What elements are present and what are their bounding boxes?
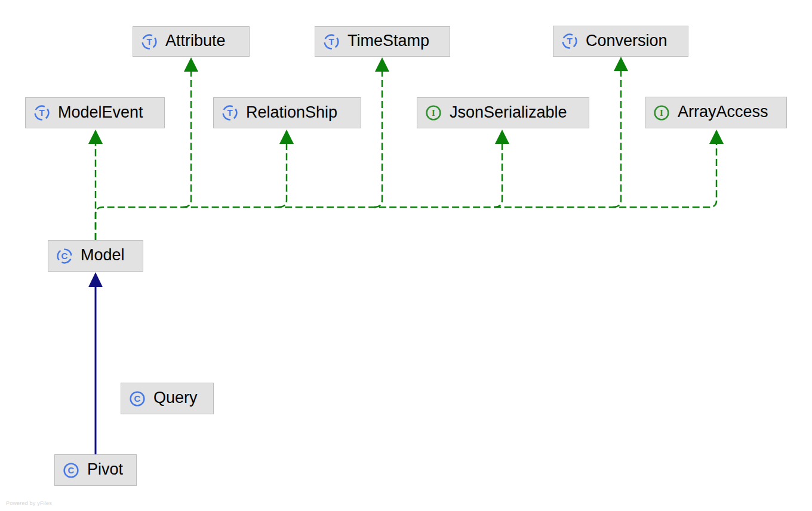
icon-letter: T [328,36,334,47]
node-modelevent[interactable]: T ModelEvent [25,97,165,128]
class-icon: C [128,390,146,408]
interface-icon: I [425,104,442,122]
icon-letter: C [134,393,141,404]
node-label: ModelEvent [58,104,143,122]
interface-icon: I [653,104,670,122]
arrowhead-attribute [184,57,198,72]
node-label: Attribute [165,33,226,50]
edge-model-to-jsonserializable [494,144,502,207]
node-label: TimeStamp [347,33,429,50]
icon-letter: C [68,465,75,475]
node-jsonserializable[interactable]: I JsonSerializable [417,97,589,128]
class-diagram-canvas: T Attribute T TimeStamp T Conversion T M… [0,0,812,511]
arrowhead-modelevent [88,130,103,144]
icon-letter: T [39,107,44,118]
icon-letter: T [567,36,572,46]
node-model[interactable]: C Model [48,240,143,272]
icon-letter: I [660,108,663,118]
node-query[interactable]: C Query [121,383,214,414]
arrowhead-timestamp [375,57,389,72]
abstract-class-icon: C [56,247,73,265]
node-pivot[interactable]: C Pivot [54,454,137,486]
class-icon: C [62,461,80,479]
node-label: Conversion [586,33,668,50]
node-label: Query [153,390,198,407]
trait-icon: T [561,32,579,50]
icon-letter: I [432,108,435,118]
node-conversion[interactable]: T Conversion [553,26,688,57]
yfiles-watermark: Powered by yFiles [6,500,52,506]
node-label: JsonSerializable [450,104,567,122]
icon-letter: C [61,251,68,261]
node-timestamp[interactable]: T TimeStamp [315,26,450,57]
edge-model-to-conversion [613,71,621,207]
edge-model-to-arrayaccess [96,144,716,240]
arrowhead-model [88,272,103,287]
icon-letter: T [227,107,232,118]
node-arrayaccess[interactable]: I ArrayAccess [645,97,787,128]
edge-model-to-attribute [183,72,191,207]
trait-icon: T [33,104,51,122]
arrowhead-arrayaccess [709,130,724,144]
node-label: RelationShip [246,104,337,122]
icon-letter: T [146,36,152,47]
node-label: ArrayAccess [678,104,768,121]
node-label: Pivot [87,461,123,479]
node-relationship[interactable]: T RelationShip [213,97,361,128]
arrowhead-conversion [614,57,628,71]
edge-model-to-timestamp [374,72,382,207]
arrowhead-jsonserializable [495,130,509,144]
trait-icon: T [140,33,158,51]
node-attribute[interactable]: T Attribute [133,26,250,57]
arrowhead-relationship [279,130,294,144]
trait-icon: T [322,33,340,51]
trait-icon: T [221,104,239,122]
node-label: Model [81,247,125,264]
edge-model-to-relationship [278,144,287,207]
